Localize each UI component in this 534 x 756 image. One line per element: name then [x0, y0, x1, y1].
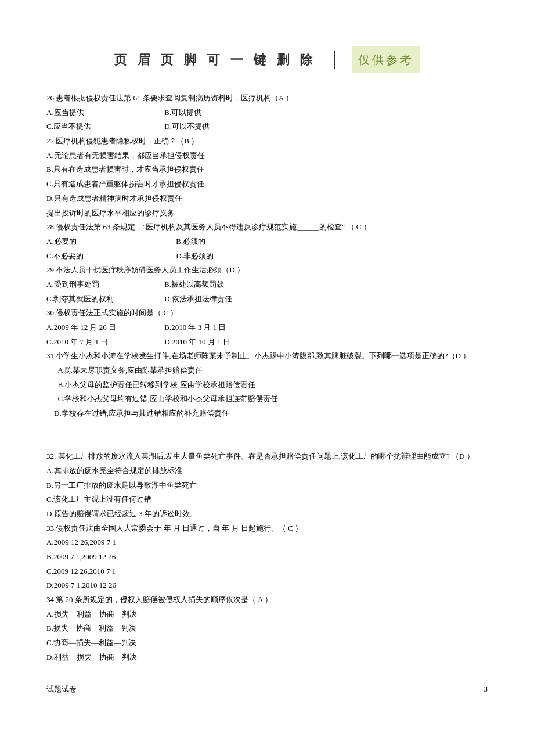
q30-stem: 30.侵权责任法正式实施的时间是（ C ）: [46, 306, 488, 321]
page-header: 页 眉 页 脚 可 一 键 删 除 仅供参考: [46, 46, 488, 73]
q26-option-d: D.可以不提供: [164, 122, 210, 131]
q32-option-c: C.该化工厂主观上没有任何过错: [46, 492, 488, 507]
q32-option-d: D.原告的赔偿请求已经超过 3 年的诉讼时效。: [46, 507, 488, 521]
q30-option-c: C.2010 年 7 月 1 日: [46, 335, 163, 350]
q26-option-c: C.应当不提供: [46, 120, 163, 134]
q29-option-b: B.被处以高额罚款: [164, 280, 224, 289]
q27-option-a: A.无论患者有无损害结果，都应当承担侵权责任: [46, 149, 488, 163]
q34-stem: 34.第 20 条所规定的，侵权人赔偿被侵权人损失的顺序依次是（ A ）: [46, 593, 488, 607]
q33-option-b: B.2009 7 1,2009 12 26: [46, 550, 488, 564]
q33-stem: 33.侵权责任法由全国人大常委会于 年 月 日通过，自 年 月 日起施行。（ C…: [46, 521, 488, 536]
q26-option-a: A.应当提供: [46, 106, 163, 120]
q30-option-b: B.2010 年 3 月 1 日: [164, 323, 226, 332]
q28-option-a: A.必要的: [46, 235, 174, 249]
q34-option-d: D.利益—损失—协商—判决: [46, 650, 488, 665]
q29-option-c: C.剥夺其就医的权利: [46, 292, 163, 307]
q26-options-row2: C.应当不提供 D.可以不提供: [46, 120, 488, 134]
q31-option-d: D.学校存在过错,应承担与其过错相应的补充赔偿责任: [46, 406, 488, 421]
q31-stem: 31.小学生小杰和小涛在学校发生打斗,在场老师陈某未予制止。小杰踢中小涛腹部,致…: [46, 349, 488, 363]
q33-option-a: A.2009 12 26,2009 7 1: [46, 535, 488, 550]
q26-option-b: B.可以提供: [164, 108, 201, 117]
q30-options-row2: C.2010 年 7 月 1 日 D.2010 年 10 月 1 日: [46, 335, 488, 350]
q30-options-row1: A.2009 年 12 月 26 日 B.2010 年 3 月 1 日: [46, 321, 488, 335]
q32-stem: 32. 某化工厂排放的废水流入某湖后,发生大量鱼类死亡事件。在是否承担赔偿责任问…: [46, 449, 488, 464]
header-rule: [46, 85, 488, 85]
q28-options-row1: A.必要的 B.必须的: [46, 235, 488, 249]
q29-options-row1: A.受到刑事处罚 B.被处以高额罚款: [46, 278, 488, 292]
q32-option-b: B.另一工厂排放的废水足以导致湖中鱼类死亡: [46, 478, 488, 493]
q28-option-d: D.非必须的: [176, 251, 214, 260]
q29-option-d: D.依法承担法律责任: [164, 294, 232, 303]
q27-option-d: D.只有造成患者精神病时才承担侵权责任: [46, 192, 488, 206]
q27-stem: 27.医疗机构侵犯患者隐私权时，正确？（B ）: [46, 134, 488, 149]
q28-option-c: C.不必要的: [46, 249, 174, 264]
q30-option-d: D.2010 年 10 月 1 日: [164, 337, 230, 346]
q31-option-c: C.学校和小杰父母均有过错,应由学校和小杰父母承担连带赔偿责任: [46, 392, 488, 406]
page-footer: 试题试卷 3: [46, 682, 488, 697]
q27-option-c: C.只有造成患者严重躯体损害时才承担侵权责任: [46, 177, 488, 192]
document-body: 26.患者根据侵权责任法第 61 条要求查阅复制病历资料时，医疗机构（A ） A…: [46, 91, 488, 665]
q34-option-c: C.协商—损失—利益—判决: [46, 636, 488, 650]
q31-option-b: B.小杰父母的监护责任已转移到学校,应由学校承担赔偿责任: [46, 378, 488, 393]
q28-option-b: B.必须的: [176, 237, 205, 246]
q28-stem: 28.侵权责任法第 63 条规定，"医疗机构及其医务人员不得违反诊疗规范实施__…: [46, 220, 488, 235]
header-title: 页 眉 页 脚 可 一 键 删 除: [114, 48, 317, 72]
q27-extra: 提出投诉时的医疗水平相应的诊疗义务: [46, 206, 488, 221]
q29-stem: 29.不法人员干扰医疗秩序妨碍医务人员工作生活必须（D ）: [46, 263, 488, 278]
header-divider: [334, 51, 335, 69]
q34-option-a: A.损失—利益—协商—判决: [46, 607, 488, 622]
q26-options-row1: A.应当提供 B.可以提供: [46, 106, 488, 120]
q33-option-c: C.2009 12 26,2010 7 1: [46, 564, 488, 579]
footer-left: 试题试卷: [46, 682, 77, 697]
q30-option-a: A.2009 年 12 月 26 日: [46, 321, 163, 335]
q27-option-b: B.只有在造成患者损害时，才应当承担侵权责任: [46, 163, 488, 177]
q28-options-row2: C.不必要的 D.非必须的: [46, 249, 488, 264]
page-number: 3: [484, 682, 488, 697]
q29-options-row2: C.剥夺其就医的权利 D.依法承担法律责任: [46, 292, 488, 307]
q29-option-a: A.受到刑事处罚: [46, 278, 163, 292]
q31-option-a: A.陈某未尽职责义务,应由陈某承担赔偿责任: [46, 363, 488, 378]
header-badge: 仅供参考: [352, 46, 420, 73]
q34-option-b: B.损失—协商—利益—判决: [46, 621, 488, 636]
q26-stem: 26.患者根据侵权责任法第 61 条要求查阅复制病历资料时，医疗机构（A ）: [46, 91, 488, 106]
q32-option-a: A.其排放的废水完全符合规定的排放标准: [46, 464, 488, 478]
q33-option-d: D.2009 7 1,2010 12 26: [46, 578, 488, 593]
